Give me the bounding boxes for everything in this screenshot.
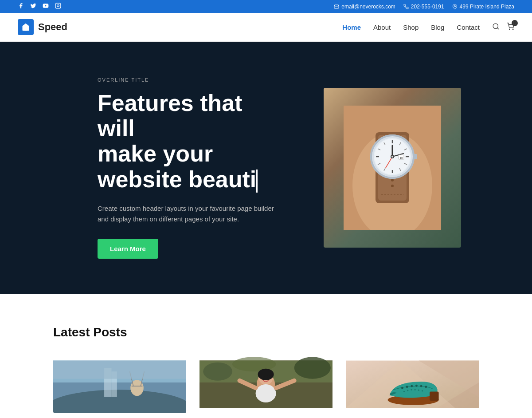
svg-point-7	[512, 29, 513, 29]
svg-rect-51	[53, 360, 186, 379]
svg-rect-38	[413, 154, 417, 159]
latest-posts-section: Latest Posts	[0, 294, 532, 418]
search-icon[interactable]	[492, 23, 500, 32]
nav-icons: 0	[492, 23, 514, 32]
facebook-icon[interactable]	[18, 3, 24, 10]
phone-icon	[403, 4, 409, 9]
post-card-3: 10 Reasons to Reconsider the Ballet Flat…	[346, 355, 479, 418]
post-thumbnail-1	[53, 355, 186, 413]
email-icon	[334, 4, 339, 9]
svg-point-75	[420, 385, 422, 387]
post-thumbnail-2	[200, 355, 332, 413]
post-thumbnail-3	[346, 355, 479, 413]
svg-rect-77	[430, 391, 439, 401]
nav-blog[interactable]: Blog	[431, 24, 444, 31]
nav-home[interactable]: Home	[342, 24, 361, 31]
svg-point-60	[258, 368, 274, 380]
svg-point-74	[415, 385, 418, 387]
svg-point-14	[391, 185, 394, 187]
cart-count: 0	[512, 20, 518, 26]
youtube-icon[interactable]	[43, 3, 49, 10]
section-title: Latest Posts	[53, 325, 479, 339]
twitter-icon[interactable]	[30, 3, 36, 10]
post-image-3	[346, 355, 479, 413]
hero-title: Features that will make your website bea…	[98, 91, 275, 193]
svg-point-82	[418, 389, 419, 390]
logo-icon	[18, 19, 34, 35]
cursor	[256, 170, 258, 193]
nav-about[interactable]: About	[373, 24, 391, 31]
nav-contact[interactable]: Contact	[457, 24, 480, 31]
svg-point-76	[425, 386, 427, 388]
main-nav: Home About Shop Blog Contact 0	[342, 23, 514, 32]
phone-text: 202-555-0191	[411, 4, 444, 10]
posts-grid: Is fashion really too expensive? Let's f…	[53, 355, 479, 418]
svg-point-4	[493, 24, 498, 28]
cart-icon[interactable]: 0	[507, 23, 514, 32]
phone-info: 202-555-0191	[403, 4, 444, 10]
svg-point-37	[391, 156, 393, 158]
svg-point-83	[422, 390, 423, 391]
logo-text: Speed	[38, 21, 67, 33]
hero-image-placeholder: 10	[324, 88, 461, 248]
address-text: 499 Pirate Island Plaza	[460, 4, 514, 10]
svg-rect-1	[55, 3, 61, 8]
logo[interactable]: Speed	[18, 19, 67, 35]
svg-point-63	[256, 384, 276, 402]
hero-section: OVERLINE TITLE Features that will make y…	[0, 42, 532, 294]
learn-more-button[interactable]: Learn More	[98, 239, 158, 259]
hero-overline: OVERLINE TITLE	[98, 77, 275, 83]
svg-line-5	[497, 28, 499, 29]
svg-point-80	[411, 389, 412, 390]
svg-point-61	[262, 375, 264, 378]
post-image-1	[53, 355, 186, 413]
nav-shop[interactable]: Shop	[403, 24, 419, 31]
post-card-1: Is fashion really too expensive? Let's f…	[53, 355, 186, 418]
svg-point-72	[406, 386, 408, 388]
hero-image: 10	[324, 88, 461, 248]
instagram-icon[interactable]	[55, 3, 61, 10]
hero-description: Create custom header layouts in your fav…	[98, 203, 275, 225]
header: Speed Home About Shop Blog Contact 0	[0, 13, 532, 42]
svg-point-55	[203, 363, 232, 381]
contact-info: email@neverocks.com 202-555-0191 499 Pir…	[334, 4, 514, 10]
svg-point-13	[391, 179, 394, 181]
watch-svg: 10	[344, 106, 441, 230]
svg-point-78	[403, 391, 405, 392]
svg-point-71	[401, 387, 403, 389]
address-info: 499 Pirate Island Plaza	[452, 4, 514, 10]
svg-point-73	[411, 385, 413, 387]
svg-point-3	[454, 5, 455, 7]
svg-point-81	[415, 389, 416, 390]
social-links	[18, 3, 61, 10]
hero-text: OVERLINE TITLE Features that will make y…	[98, 77, 275, 259]
post-image-2	[200, 355, 332, 413]
location-icon	[452, 4, 458, 9]
svg-text:10: 10	[400, 157, 403, 159]
svg-point-56	[294, 357, 331, 379]
top-bar: email@neverocks.com 202-555-0191 499 Pir…	[0, 0, 532, 13]
svg-point-62	[267, 375, 270, 378]
email-info: email@neverocks.com	[334, 4, 395, 10]
email-text: email@neverocks.com	[341, 4, 395, 10]
post-card-2: Meet Jennifer Austin who Designs One-of-…	[200, 355, 332, 418]
svg-point-79	[407, 390, 408, 391]
svg-point-6	[509, 29, 510, 29]
